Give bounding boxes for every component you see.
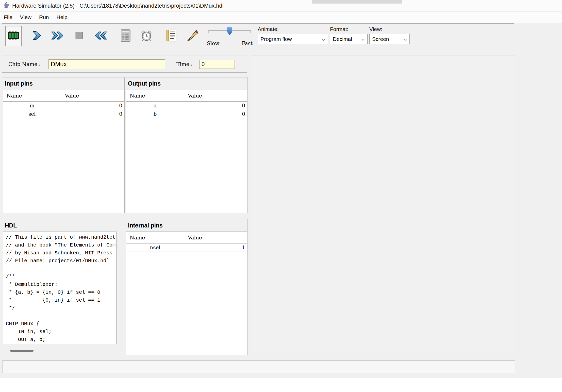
- table-header-row: Name Value: [126, 90, 247, 102]
- clock-button[interactable]: [139, 27, 154, 45]
- menu-file[interactable]: File: [0, 12, 16, 23]
- status-bar: [3, 360, 515, 373]
- title-bar: Hardware Simulator (2.5) - C:\Users\1817…: [0, 0, 562, 12]
- script-button[interactable]: [164, 27, 178, 45]
- table-row: nsel 1: [126, 243, 247, 252]
- load-chip-icon: [7, 30, 20, 42]
- pin-value[interactable]: 0: [184, 102, 247, 110]
- hdl-panel: HDL // This file is part of www.nand2tet…: [3, 219, 124, 355]
- pin-name: sel: [3, 110, 61, 118]
- internal-pins-title: Internal pins: [126, 219, 247, 232]
- stop-button[interactable]: [72, 27, 86, 45]
- table-row: b 0: [126, 110, 247, 118]
- animate-value: Program flow: [260, 36, 292, 42]
- animate-group: Animate: Program flow: [258, 26, 328, 44]
- calculator-icon: [120, 29, 131, 43]
- column-header-value: Value: [184, 90, 247, 101]
- input-pins-table: Name Value in 0 sel 0: [3, 90, 124, 213]
- chevron-down-icon: [322, 36, 325, 42]
- clock-icon: [140, 29, 153, 43]
- column-header-value: Value: [61, 90, 124, 101]
- run-icon: [50, 30, 65, 42]
- output-pen-button[interactable]: [185, 27, 200, 45]
- format-select[interactable]: Decimal: [330, 34, 368, 44]
- input-pins-title: Input pins: [3, 77, 124, 90]
- pin-value[interactable]: 0: [61, 110, 124, 118]
- screen-capture-artifact: [312, 0, 402, 4]
- load-chip-button[interactable]: [5, 26, 22, 46]
- chevron-down-icon: [403, 36, 407, 42]
- menu-view[interactable]: View: [16, 12, 35, 23]
- column-header-name: Name: [3, 90, 61, 101]
- chip-name-label: Chip Name :: [8, 61, 41, 67]
- internal-pins-panel: Internal pins Name Value nsel 1: [126, 219, 247, 355]
- table-row: a 0: [126, 102, 247, 110]
- run-button[interactable]: [51, 27, 65, 45]
- pin-name: nsel: [126, 243, 184, 252]
- output-pins-table: Name Value a 0 b 0: [126, 90, 247, 213]
- view-value: Screen: [372, 36, 389, 42]
- single-step-button[interactable]: [30, 27, 44, 45]
- animate-label: Animate:: [258, 26, 328, 32]
- java-icon: [3, 2, 10, 10]
- table-header-row: Name Value: [126, 232, 247, 243]
- chevron-down-icon: [361, 36, 365, 42]
- app-window: Hardware Simulator (2.5) - C:\Users\1817…: [0, 0, 562, 392]
- pin-name: in: [3, 102, 61, 110]
- column-header-name: Name: [126, 232, 184, 243]
- view-label: View:: [369, 26, 410, 32]
- slider-fast-label: Fast: [242, 40, 253, 46]
- slider-thumb[interactable]: [227, 27, 232, 35]
- chip-header-bar: Chip Name : Time :: [2, 56, 247, 73]
- output-pins-title: Output pins: [126, 77, 247, 90]
- column-header-value: Value: [184, 232, 247, 243]
- output-pins-panel: Output pins Name Value a 0 b 0: [126, 77, 247, 213]
- format-label: Format:: [330, 26, 368, 32]
- format-group: Format: Decimal: [330, 26, 368, 44]
- hdl-title: HDL: [3, 219, 124, 232]
- stop-icon: [74, 30, 84, 42]
- window-title: Hardware Simulator (2.5) - C:\Users\1817…: [12, 3, 224, 9]
- single-step-icon: [31, 30, 43, 42]
- table-row: in 0: [3, 102, 124, 110]
- slider-slow-label: Slow: [207, 40, 219, 46]
- chip-name-input[interactable]: [48, 59, 165, 69]
- pin-name: b: [126, 110, 184, 118]
- column-header-name: Name: [126, 90, 184, 101]
- calculator-button[interactable]: [119, 27, 133, 45]
- view-select[interactable]: Screen: [369, 34, 410, 44]
- menu-help[interactable]: Help: [53, 12, 71, 23]
- output-pen-icon: [186, 29, 199, 43]
- screen-view-panel: [251, 56, 515, 353]
- hdl-code-view: // This file is part of www.nand2tetr //…: [3, 232, 117, 344]
- reset-button[interactable]: [93, 27, 108, 45]
- internal-pins-table: Name Value nsel 1: [126, 232, 247, 355]
- format-value: Decimal: [333, 36, 352, 42]
- animate-select[interactable]: Program flow: [258, 34, 328, 44]
- desktop-background: [0, 378, 562, 392]
- toolbar: Slow Fast Animate: Program flow Format: …: [2, 23, 514, 48]
- speed-slider: Slow Fast: [206, 26, 253, 46]
- pin-value[interactable]: 0: [61, 102, 124, 110]
- pin-value[interactable]: 1: [184, 243, 247, 252]
- menu-bar: File View Run Help: [0, 12, 562, 23]
- hdl-horizontal-scrollbar[interactable]: [10, 350, 34, 352]
- script-icon: [166, 29, 177, 43]
- view-group: View: Screen: [369, 26, 410, 44]
- table-row: sel 0: [3, 110, 124, 118]
- menu-run[interactable]: Run: [35, 12, 53, 23]
- time-label: Time :: [176, 61, 193, 67]
- input-pins-panel: Input pins Name Value in 0 sel 0: [3, 77, 125, 213]
- pin-name: a: [126, 102, 184, 110]
- reset-icon: [93, 30, 108, 42]
- table-header-row: Name Value: [3, 90, 124, 102]
- pin-value[interactable]: 0: [184, 110, 247, 118]
- time-input[interactable]: [199, 60, 235, 69]
